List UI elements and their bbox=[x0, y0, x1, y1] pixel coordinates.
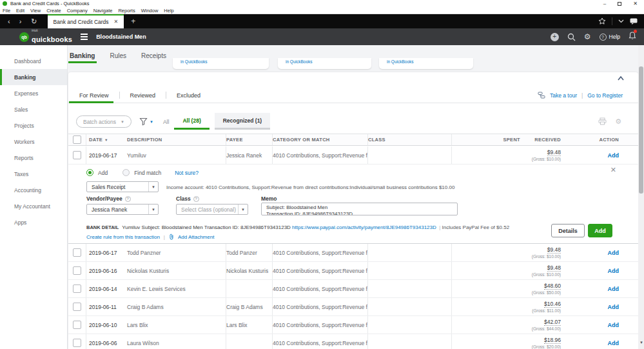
row-checkbox[interactable] bbox=[73, 151, 81, 159]
received-amount[interactable]: $9.48 bbox=[547, 264, 561, 272]
find-match-radio[interactable] bbox=[122, 169, 130, 176]
sidebar-item-projects[interactable]: Projects bbox=[0, 117, 67, 134]
tab-excluded[interactable]: Excluded bbox=[166, 92, 211, 99]
column-class[interactable]: CLASS bbox=[367, 134, 451, 145]
row-add-button[interactable]: Add bbox=[608, 250, 620, 256]
paypal-payment-link[interactable]: https://www.paypal.com/activity/payment/… bbox=[292, 224, 436, 230]
menu-help[interactable]: Help bbox=[164, 8, 173, 14]
gear-icon[interactable]: ⚙ bbox=[584, 33, 591, 41]
active-tab[interactable]: Bank and Credit Cards ✕ bbox=[48, 14, 124, 28]
table-row[interactable]: 2019-06-06 Laura Wilson 4010 Contributio… bbox=[68, 334, 638, 349]
add-attachment-link[interactable]: Add Attachment bbox=[178, 234, 214, 240]
menu-navigate[interactable]: Navigate bbox=[93, 8, 113, 14]
menu-edit[interactable]: Edit bbox=[16, 8, 24, 14]
received-amount[interactable]: $48.60 bbox=[544, 283, 561, 290]
sidebar-item-workers[interactable]: Workers bbox=[0, 134, 67, 150]
table-settings-gear-icon[interactable]: ⚙ bbox=[615, 118, 621, 125]
row-checkbox[interactable] bbox=[73, 321, 81, 329]
sidebar-item-accounting[interactable]: Accounting bbox=[0, 182, 67, 198]
collapse-cards-icon[interactable] bbox=[616, 75, 625, 82]
go-to-register-link[interactable]: Go to Register bbox=[587, 92, 623, 99]
transaction-type-select[interactable]: Sales Receipt ▼ bbox=[86, 181, 159, 192]
details-button[interactable]: Details bbox=[551, 224, 585, 237]
chevron-down-icon[interactable] bbox=[618, 19, 624, 23]
menu-reports[interactable]: Reports bbox=[118, 8, 135, 14]
feedback-bubble-icon[interactable] bbox=[630, 18, 638, 25]
menu-file[interactable]: File bbox=[3, 8, 10, 14]
column-category[interactable]: CATEGORY OR MATCH bbox=[272, 134, 367, 145]
maximize-icon[interactable] bbox=[618, 2, 621, 6]
tab-for-review[interactable]: For Review bbox=[68, 92, 119, 99]
tab-banking[interactable]: Banking bbox=[70, 52, 95, 59]
memo-field[interactable]: Subject: Bloodstained Men Transaction ID… bbox=[261, 203, 458, 215]
take-a-tour-link[interactable]: Take a tour bbox=[550, 92, 577, 99]
hamburger-menu-icon[interactable] bbox=[81, 34, 88, 40]
column-spent[interactable]: SPENT bbox=[451, 134, 525, 145]
row-checkbox[interactable] bbox=[73, 284, 81, 293]
column-received[interactable]: RECEIVED bbox=[525, 134, 561, 145]
row-add-button[interactable]: Add bbox=[608, 268, 620, 274]
class-select[interactable]: Select Class (optional) ▼ bbox=[176, 204, 248, 215]
account-card[interactable]: in QuickBooks bbox=[379, 58, 473, 69]
menu-company[interactable]: Company bbox=[67, 8, 88, 14]
row-checkbox[interactable] bbox=[73, 303, 81, 311]
received-amount[interactable]: $9.48 bbox=[547, 246, 561, 254]
sidebar-item-taxes[interactable]: Taxes bbox=[0, 166, 67, 182]
scrollbar-down-arrow-icon[interactable]: ▼ bbox=[639, 341, 643, 344]
filter-tab-all[interactable]: All (28) bbox=[174, 113, 209, 130]
tab-reviewed[interactable]: Reviewed bbox=[120, 92, 166, 99]
row-add-button[interactable]: Add bbox=[608, 304, 620, 310]
add-button[interactable]: Add bbox=[588, 224, 612, 237]
vendor-help-icon[interactable]: ? bbox=[125, 196, 131, 202]
sidebar-item-my-accountant[interactable]: My Accountant bbox=[0, 198, 67, 214]
create-rule-link[interactable]: Create rule from this transaction bbox=[86, 234, 160, 240]
select-all-checkbox[interactable] bbox=[73, 135, 81, 144]
tab-close-icon[interactable]: ✕ bbox=[114, 19, 119, 25]
sidebar-item-reports[interactable]: Reports bbox=[0, 150, 67, 166]
sidebar-item-dashboard[interactable]: Dashboard bbox=[0, 53, 67, 69]
column-description[interactable]: DESCRIPTION bbox=[127, 134, 226, 145]
minimize-icon[interactable]: – bbox=[603, 1, 606, 6]
not-sure-link[interactable]: Not sure? bbox=[175, 170, 199, 176]
table-row[interactable]: 2019-06-17 Todd Panzner Todd Panzer 4010… bbox=[68, 244, 638, 262]
account-card[interactable]: in QuickBooks bbox=[278, 58, 371, 69]
row-add-button[interactable]: Add bbox=[608, 152, 620, 159]
filter-tab-recognized[interactable]: Recognized (1) bbox=[215, 113, 270, 130]
column-date[interactable]: DATE▼ bbox=[86, 134, 127, 145]
table-row[interactable]: 2019-06-11 Craig B Adams Craig B Adams 4… bbox=[68, 298, 638, 316]
new-tab-icon[interactable]: + bbox=[131, 17, 135, 25]
batch-actions-button[interactable]: Batch actions ▼ bbox=[76, 115, 132, 128]
menu-window[interactable]: Window bbox=[141, 8, 159, 14]
help-button[interactable]: ? Help bbox=[600, 34, 620, 41]
add-radio[interactable] bbox=[86, 169, 93, 176]
received-amount[interactable]: $10.46 bbox=[544, 301, 561, 308]
filter-button[interactable]: ▼ bbox=[139, 117, 153, 126]
refresh-icon[interactable]: ↻ bbox=[31, 18, 37, 25]
forward-icon[interactable]: › bbox=[19, 18, 22, 25]
row-add-button[interactable]: Add bbox=[608, 322, 620, 328]
menu-view[interactable]: View bbox=[30, 8, 41, 14]
print-icon[interactable] bbox=[598, 117, 607, 125]
row-checkbox[interactable] bbox=[73, 339, 81, 347]
received-amount[interactable]: $42.07 bbox=[544, 319, 561, 326]
table-row[interactable]: 2019-06-14 Kevin E. Lewis Services 4010 … bbox=[68, 280, 638, 298]
sidebar-item-sales[interactable]: Sales bbox=[0, 101, 67, 117]
column-payee[interactable]: PAYEE bbox=[226, 134, 272, 145]
row-add-button[interactable]: Add bbox=[608, 286, 620, 292]
search-icon[interactable] bbox=[567, 33, 576, 41]
table-row[interactable]: 2019-06-10 Lars Blix Lars Blix 4010 Cont… bbox=[68, 316, 638, 334]
vendor-payee-select[interactable]: Jessica Ranek ▼ bbox=[86, 204, 159, 215]
sidebar-item-apps[interactable]: Apps bbox=[0, 214, 67, 230]
row-checkbox[interactable] bbox=[73, 248, 81, 257]
account-card[interactable]: in QuickBooks bbox=[173, 58, 269, 69]
received-amount[interactable]: $9.48 bbox=[547, 149, 561, 156]
tab-rules[interactable]: Rules bbox=[110, 52, 126, 59]
received-amount[interactable]: $18.96 bbox=[544, 337, 561, 344]
scrollbar-thumb[interactable] bbox=[639, 66, 643, 194]
table-row[interactable]: 2019-06-17 Yumiluv Jessica Ranek 4010 Co… bbox=[68, 146, 638, 165]
row-add-button[interactable]: Add bbox=[608, 340, 620, 346]
table-row[interactable]: 2019-06-16 Nickolas Kusturis Nickolas Ku… bbox=[68, 262, 638, 280]
close-icon[interactable]: ✕ bbox=[633, 1, 638, 6]
quick-create-icon[interactable]: + bbox=[551, 33, 559, 41]
star-icon[interactable] bbox=[598, 17, 606, 25]
